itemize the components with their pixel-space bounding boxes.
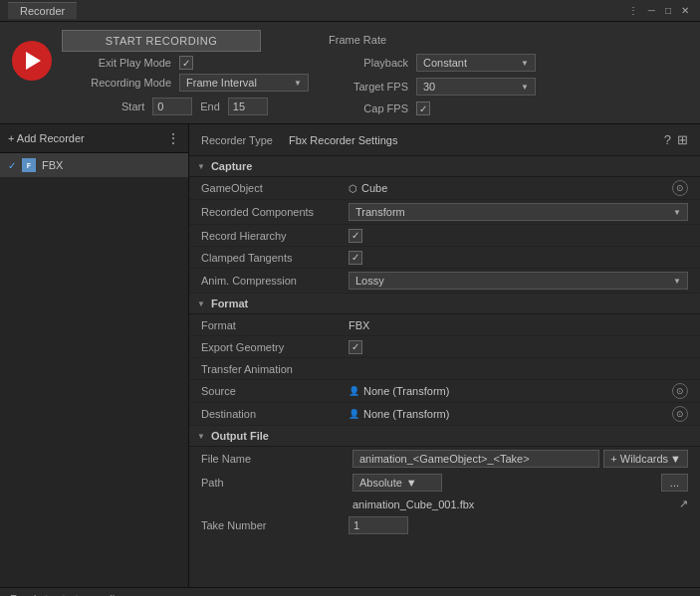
destination-row: Destination 👤 None (Transform) ⊙	[189, 403, 700, 426]
menu-dots[interactable]: ⋮	[625, 4, 641, 17]
recorded-components-dropdown[interactable]: Transform ▼	[349, 203, 688, 221]
gameobject-value: ⬡ Cube ⊙	[349, 180, 688, 196]
wildcards-button[interactable]: + Wildcards ▼	[603, 450, 688, 468]
recording-mode-arrow-icon: ▼	[294, 79, 302, 88]
path-arrow-icon: ▼	[406, 477, 417, 489]
destination-person-icon: 👤	[349, 409, 359, 419]
status-text: Ready to start recording	[10, 593, 126, 597]
record-hierarchy-value: ✓	[349, 229, 688, 243]
anim-compression-value: Lossy ▼	[349, 272, 688, 290]
help-icon[interactable]: ?	[664, 132, 671, 147]
source-label: Source	[201, 385, 349, 397]
status-bar: Ready to start recording	[0, 587, 700, 596]
destination-value: 👤 None (Transform) ⊙	[349, 406, 688, 422]
window-controls: ⋮ ─ □ ✕	[625, 4, 692, 17]
end-input[interactable]	[228, 98, 268, 115]
recorder-type-icons: ? ⊞	[664, 132, 688, 147]
end-label: End	[200, 100, 220, 112]
target-fps-dropdown[interactable]: 30 ▼	[416, 78, 536, 96]
anim-compression-arrow-icon: ▼	[673, 277, 681, 286]
fbx-recorder-item[interactable]: ✓ F FBX	[0, 153, 188, 177]
gameobject-row: GameObject ⬡ Cube ⊙	[189, 177, 700, 200]
take-number-row: Take Number	[189, 513, 700, 537]
format-section-label: Format	[211, 298, 248, 309]
recorded-components-arrow-icon: ▼	[673, 208, 681, 217]
output-file-section-header[interactable]: ▼ Output File	[189, 426, 700, 447]
clamped-tangents-value: ✓	[349, 251, 688, 265]
record-button-row: START RECORDING Exit Play Mode ✓ Recordi…	[12, 30, 309, 92]
fbx-recorder-label: FBX	[42, 159, 63, 171]
cap-fps-row: Cap FPS ✓	[329, 101, 536, 115]
export-geometry-value: ✓	[349, 340, 688, 354]
cap-fps-label: Cap FPS	[329, 102, 408, 114]
format-triangle-icon: ▼	[197, 299, 205, 308]
wildcards-arrow-icon: ▼	[670, 453, 681, 465]
recorder-type-label: Recorder Type	[201, 134, 273, 146]
fbx-check-icon: ✓	[8, 160, 16, 171]
playback-dropdown[interactable]: Constant ▼	[416, 54, 536, 72]
exit-play-mode-checkbox[interactable]: ✓	[179, 56, 193, 70]
start-input[interactable]	[152, 98, 192, 115]
clamped-tangents-label: Clamped Tangents	[201, 252, 349, 264]
record-hierarchy-checkbox[interactable]: ✓	[349, 229, 362, 243]
content-area: Recorder Type Fbx Recorder Settings ? ⊞ …	[189, 124, 700, 587]
capture-section-label: Capture	[211, 160, 253, 172]
source-row: Source 👤 None (Transform) ⊙	[189, 380, 700, 403]
export-geometry-row: Export Geometry ✓	[189, 336, 700, 358]
source-select-button[interactable]: ⊙	[672, 383, 688, 399]
minimize-button[interactable]: ─	[645, 4, 658, 17]
recording-mode-row: Recording Mode Frame Interval ▼	[62, 74, 309, 92]
sidebar: + Add Recorder ⋮ ✓ F FBX	[0, 124, 189, 587]
file-name-row: File Name + Wildcards ▼	[189, 447, 700, 471]
take-number-value	[349, 516, 688, 534]
file-name-label: File Name	[201, 453, 349, 465]
export-geometry-checkbox[interactable]: ✓	[349, 340, 362, 354]
anim-compression-label: Anim. Compression	[201, 275, 349, 287]
add-recorder-button[interactable]: + Add Recorder	[8, 132, 85, 144]
top-left-panel: START RECORDING Exit Play Mode ✓ Recordi…	[12, 30, 309, 115]
clamped-tangents-row: Clamped Tangents ✓	[189, 247, 700, 269]
cube-icon: ⬡	[349, 183, 357, 194]
format-section-header[interactable]: ▼ Format	[189, 294, 700, 314]
capture-triangle-icon: ▼	[197, 162, 205, 171]
recorded-components-value: Transform ▼	[349, 203, 688, 221]
anim-compression-row: Anim. Compression Lossy ▼	[189, 269, 700, 294]
take-number-label: Take Number	[201, 519, 349, 531]
browse-path-button[interactable]: ...	[661, 474, 688, 492]
gameobject-label: GameObject	[201, 182, 349, 194]
export-geometry-label: Export Geometry	[201, 341, 349, 353]
start-recording-button[interactable]: START RECORDING	[62, 30, 261, 52]
play-triangle-icon	[26, 52, 41, 70]
format-label: Format	[201, 319, 349, 331]
title-bar: Recorder ⋮ ─ □ ✕	[0, 0, 700, 22]
format-row: Format FBX	[189, 314, 700, 336]
anim-compression-dropdown[interactable]: Lossy ▼	[349, 272, 688, 290]
sidebar-menu-icon[interactable]: ⋮	[166, 130, 180, 146]
recorder-tab[interactable]: Recorder	[8, 2, 77, 19]
playback-label: Playback	[329, 57, 408, 69]
layout-icon[interactable]: ⊞	[677, 132, 688, 147]
target-fps-label: Target FPS	[329, 81, 408, 93]
exit-play-mode-label: Exit Play Mode	[62, 57, 171, 69]
format-value: FBX	[349, 319, 688, 331]
clamped-tangents-checkbox[interactable]: ✓	[349, 251, 362, 265]
close-button[interactable]: ✕	[678, 4, 692, 17]
open-external-icon[interactable]: ↗	[679, 497, 688, 510]
path-dropdown[interactable]: Absolute ▼	[352, 474, 442, 492]
destination-select-button[interactable]: ⊙	[672, 406, 688, 422]
cap-fps-checkbox[interactable]: ✓	[416, 101, 430, 115]
exit-play-mode-row: Exit Play Mode ✓	[62, 56, 309, 70]
recording-mode-dropdown[interactable]: Frame Interval ▼	[179, 74, 309, 92]
take-number-input[interactable]	[349, 516, 408, 534]
file-name-input[interactable]	[352, 450, 599, 468]
filepath-text: animation_Cube_001.fbx	[352, 498, 675, 510]
fbx-file-icon: F	[22, 158, 36, 172]
recorder-type-row: Recorder Type Fbx Recorder Settings ? ⊞	[189, 124, 700, 156]
gameobject-select-button[interactable]: ⊙	[672, 180, 688, 196]
maximize-button[interactable]: □	[662, 4, 674, 17]
playback-row: Playback Constant ▼	[329, 54, 536, 72]
capture-section-header[interactable]: ▼ Capture	[189, 156, 700, 177]
output-file-triangle-icon: ▼	[197, 432, 205, 441]
path-row: Path Absolute ▼ ...	[189, 471, 700, 495]
record-play-button[interactable]	[12, 41, 52, 81]
